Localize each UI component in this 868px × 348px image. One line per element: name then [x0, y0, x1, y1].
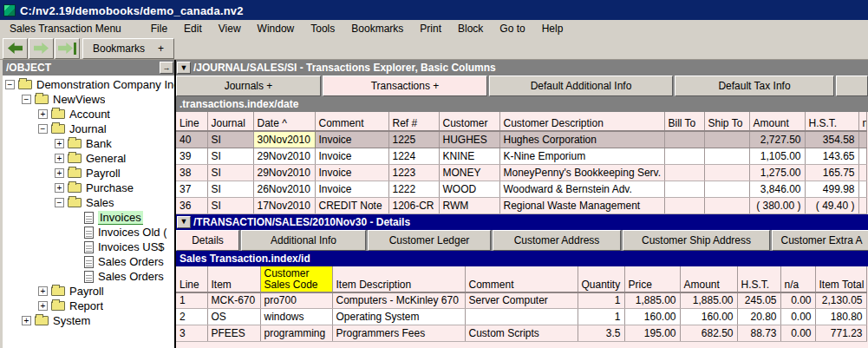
menu-tools[interactable]: Tools [306, 21, 339, 36]
col-customer-sales-code-highlighted[interactable]: Customer Sales Code [260, 266, 332, 292]
tab-default-tax-info[interactable]: Default Tax Info [675, 76, 834, 96]
tree-item-demonstration-company[interactable]: −Demonstration Company Inc [3, 77, 174, 92]
tree-item-sales-orders-2[interactable]: Sales Orders [3, 269, 174, 284]
cell-ref[interactable]: 1223 [388, 164, 439, 181]
forward-button[interactable] [29, 38, 54, 59]
cell-line[interactable]: 40 [176, 131, 207, 148]
tree-item-invoices-old[interactable]: Invoices Old ( [3, 225, 174, 240]
collapse-icon[interactable]: − [38, 124, 48, 134]
tab-details[interactable]: Details [176, 230, 239, 251]
cell-comment[interactable]: Custom Scripts [465, 325, 578, 342]
cell-na[interactable] [858, 164, 866, 181]
cell-item-total[interactable]: 180.80 [815, 309, 866, 325]
cell-ship-to[interactable] [704, 197, 749, 213]
cell-price[interactable]: 160.00 [624, 309, 680, 325]
cell-item[interactable]: MCK-670 [207, 292, 260, 309]
expand-icon[interactable]: + [55, 139, 64, 148]
cell-amount[interactable]: ( 380.00 ) [749, 197, 805, 213]
tab-journals[interactable]: Journals + [176, 76, 321, 96]
table-row[interactable]: 38 SI 29Nov2010 Invoice 1223 MONEY Money… [176, 164, 866, 181]
col-item-description[interactable]: Item Description [332, 266, 465, 292]
col-amount[interactable]: Amount [749, 112, 805, 131]
tree-item-bank[interactable]: +Bank [3, 136, 174, 151]
col-line[interactable]: Line [176, 112, 207, 131]
menu-file[interactable]: File [147, 21, 172, 36]
transaction-panel-dropdown-button[interactable]: ▼ [177, 216, 191, 228]
panel-expand-right-button[interactable]: → [160, 62, 173, 74]
cell-journal[interactable]: SI [207, 148, 253, 164]
cell-item[interactable]: OS [207, 309, 260, 325]
cell-comment[interactable]: CREDIT Note [315, 197, 388, 213]
cell-amount[interactable]: 3,846.00 [749, 181, 805, 197]
col-journal[interactable]: Journal [207, 112, 253, 131]
cell-hst[interactable]: 245.05 [737, 292, 780, 309]
cell-quantity[interactable]: 1 [578, 309, 624, 325]
col-price[interactable]: Price [624, 266, 680, 292]
cell-na[interactable]: 0.00 [780, 309, 815, 325]
expand-icon[interactable]: + [22, 316, 31, 325]
col-line[interactable]: Line [176, 266, 207, 292]
cell-quantity[interactable]: 1 [578, 292, 624, 309]
cell-line[interactable]: 38 [176, 164, 207, 181]
table-row[interactable]: 37 SI 26Nov2010 Invoice 1222 WOOD Woodwa… [176, 181, 866, 197]
cell-ship-to[interactable] [704, 148, 749, 164]
tree-item-journal[interactable]: −Journal [3, 121, 174, 136]
table-row[interactable]: 3 PFEES programming Programmers Fees Cus… [176, 325, 866, 342]
menu-go-to[interactable]: Go to [495, 21, 529, 36]
cell-journal[interactable]: SI [207, 131, 253, 148]
cell-customer-sales-code[interactable]: windows [260, 309, 332, 325]
menu-view[interactable]: View [214, 21, 245, 36]
cell-journal[interactable]: SI [207, 181, 253, 197]
cell-bill-to[interactable] [664, 148, 704, 164]
bookmarks-plus[interactable]: + [158, 43, 164, 55]
menu-sales-transaction-menu[interactable]: Sales Transaction Menu [5, 21, 126, 36]
cell-ref[interactable]: 1225 [388, 131, 439, 148]
cell-bill-to[interactable] [664, 164, 704, 181]
cell-amount[interactable]: 682.50 [680, 325, 737, 342]
table-row[interactable]: 39 SI 29Nov2010 Invoice 1224 KNINE K-Nin… [176, 148, 866, 164]
tab-customer-ship-address[interactable]: Customer Ship Address [623, 230, 770, 251]
cell-comment[interactable]: Invoice [315, 148, 388, 164]
tab-default-additional-info[interactable]: Default Additional Info [489, 76, 673, 96]
cell-customer-description[interactable]: Woodward & Bernstein Adv. [499, 181, 664, 197]
cell-hst[interactable]: 499.98 [805, 181, 858, 197]
cell-comment[interactable]: Server Computer [465, 292, 578, 309]
table-row[interactable]: 2 OS windows Operating System 1 160.00 1… [176, 309, 866, 325]
cell-ref[interactable]: 1206-CR [388, 197, 439, 213]
tree-item-account[interactable]: +Account [3, 107, 174, 121]
cell-date-cursor[interactable]: 30Nov2010 [253, 131, 315, 148]
tree-item-general[interactable]: +General [3, 151, 174, 166]
cell-amount[interactable]: 2,727.50 [749, 131, 805, 148]
cell-hst[interactable]: 20.80 [737, 309, 780, 325]
col-customer[interactable]: Customer [439, 112, 499, 131]
col-ref[interactable]: Ref # [388, 112, 439, 131]
expand-icon[interactable]: + [55, 154, 64, 163]
cell-customer-description[interactable]: MoneyPenny's Bookkeeping Serv. [499, 164, 664, 181]
col-comment[interactable]: Comment [315, 112, 388, 131]
collapse-icon[interactable]: − [5, 80, 15, 89]
tree-item-payroll[interactable]: +Payroll [3, 284, 174, 299]
tab-customer-extra-address[interactable]: Customer Extra A [772, 230, 868, 251]
cell-customer[interactable]: KNINE [439, 148, 499, 164]
cell-comment[interactable]: Invoice [315, 181, 388, 197]
table-row[interactable]: 1 MCK-670 pro700 Computers - McKinley 67… [176, 292, 866, 309]
cell-comment[interactable]: Invoice [315, 164, 388, 181]
menu-help[interactable]: Help [538, 21, 568, 36]
tree-item-invoices[interactable]: Invoices [3, 210, 174, 225]
cell-item-description[interactable]: Computers - McKinley 670 [332, 292, 465, 309]
cell-line[interactable]: 2 [176, 309, 207, 325]
cell-price[interactable]: 1,885.00 [624, 292, 680, 309]
cell-quantity[interactable]: 3.5 [578, 325, 624, 342]
cell-price[interactable]: 195.00 [624, 325, 680, 342]
col-hst[interactable]: H.S.T. [737, 266, 780, 292]
col-item-total[interactable]: Item Total [815, 266, 866, 292]
cell-hst[interactable]: 143.65 [805, 148, 858, 164]
col-item[interactable]: Item [207, 266, 260, 292]
cell-line[interactable]: 1 [176, 292, 207, 309]
cell-na[interactable]: 0.00 [780, 292, 815, 309]
cell-item[interactable]: PFEES [207, 325, 260, 342]
col-comment[interactable]: Comment [465, 266, 578, 292]
tree-item-system[interactable]: +System [3, 313, 174, 328]
cell-item-description[interactable]: Operating System [332, 309, 465, 325]
cell-comment[interactable] [465, 309, 578, 325]
